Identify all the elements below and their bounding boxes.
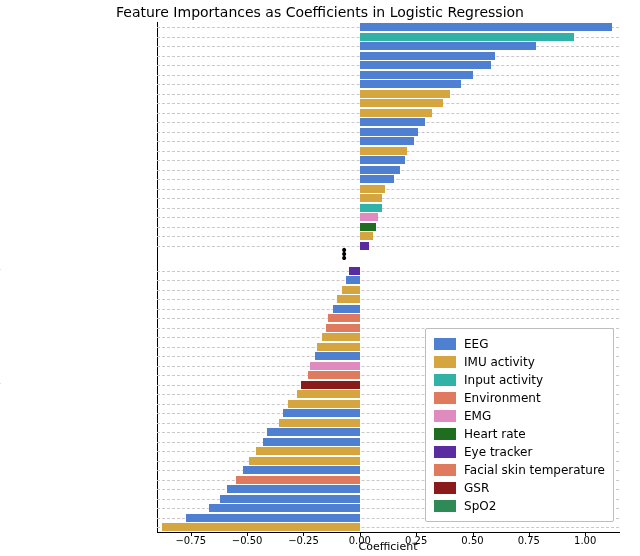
legend-item: Heart rate [434, 425, 605, 443]
bar [360, 166, 401, 174]
bar [360, 147, 407, 155]
legend-item: EEG [434, 335, 605, 353]
bar [301, 381, 360, 389]
bar [360, 33, 574, 41]
legend-item: GSR [434, 479, 605, 497]
bar [360, 128, 419, 136]
legend-item: EMG [434, 407, 605, 425]
legend-swatch [434, 446, 456, 458]
bar [349, 267, 360, 275]
bar [360, 204, 383, 212]
bar [360, 232, 374, 240]
bar [360, 52, 495, 60]
legend-label: EEG [464, 337, 488, 351]
legend-label: EMG [464, 409, 491, 423]
ellipsis: ••• [340, 248, 349, 260]
legend-label: GSR [464, 481, 489, 495]
bar [288, 400, 360, 408]
bar [360, 90, 450, 98]
legend-label: Heart rate [464, 427, 526, 441]
bar [263, 438, 360, 446]
bar [243, 466, 360, 474]
bar [162, 523, 360, 531]
legend-label: Environment [464, 391, 541, 405]
legend-label: SpO2 [464, 499, 496, 513]
legend-item: Environment [434, 389, 605, 407]
legend-swatch [434, 500, 456, 512]
legend-swatch [434, 392, 456, 404]
bar [249, 457, 359, 465]
legend-label: Eye tracker [464, 445, 532, 459]
legend-swatch [434, 482, 456, 494]
legend-item: Facial skin temperature [434, 461, 605, 479]
bar [220, 495, 360, 503]
bar [360, 185, 385, 193]
bar [360, 42, 536, 50]
legend: EEGIMU activityInput activityEnvironment… [425, 328, 614, 522]
bar [297, 390, 360, 398]
bar [360, 223, 376, 231]
bar [360, 61, 491, 69]
bar [360, 137, 414, 145]
bar [360, 109, 432, 117]
bar [360, 156, 405, 164]
bar [346, 276, 360, 284]
bar [360, 194, 383, 202]
bar [283, 409, 360, 417]
bar [227, 485, 360, 493]
legend-swatch [434, 464, 456, 476]
bar [326, 324, 360, 332]
legend-item: Eye tracker [434, 443, 605, 461]
legend-label: Facial skin temperature [464, 463, 605, 477]
bar [337, 295, 360, 303]
bar [360, 175, 394, 183]
legend-swatch [434, 428, 456, 440]
bar [333, 305, 360, 313]
bar [360, 23, 612, 31]
bar [360, 213, 378, 221]
bar [360, 99, 443, 107]
bar [186, 514, 360, 522]
chart-title: Feature Importances as Coefficients in L… [0, 4, 640, 20]
bar [317, 343, 360, 351]
bar [308, 371, 360, 379]
figure: Feature Importances as Coefficients in L… [0, 0, 640, 556]
legend-swatch [434, 374, 456, 386]
legend-item: Input activity [434, 371, 605, 389]
legend-label: IMU activity [464, 355, 535, 369]
bar [360, 80, 461, 88]
legend-item: IMU activity [434, 353, 605, 371]
bar [236, 476, 360, 484]
bar [209, 504, 360, 512]
bar [322, 333, 360, 341]
bar [360, 71, 473, 79]
bar [342, 286, 360, 294]
bar [310, 362, 360, 370]
bar [360, 242, 369, 250]
bar [256, 447, 360, 455]
bar [360, 118, 425, 126]
bar [267, 428, 359, 436]
legend-item: SpO2 [434, 497, 605, 515]
bar [328, 314, 360, 322]
legend-swatch [434, 356, 456, 368]
bar [279, 419, 360, 427]
legend-swatch [434, 410, 456, 422]
legend-label: Input activity [464, 373, 543, 387]
bar [315, 352, 360, 360]
legend-swatch [434, 338, 456, 350]
x-axis-label: Coefficient [157, 540, 619, 553]
